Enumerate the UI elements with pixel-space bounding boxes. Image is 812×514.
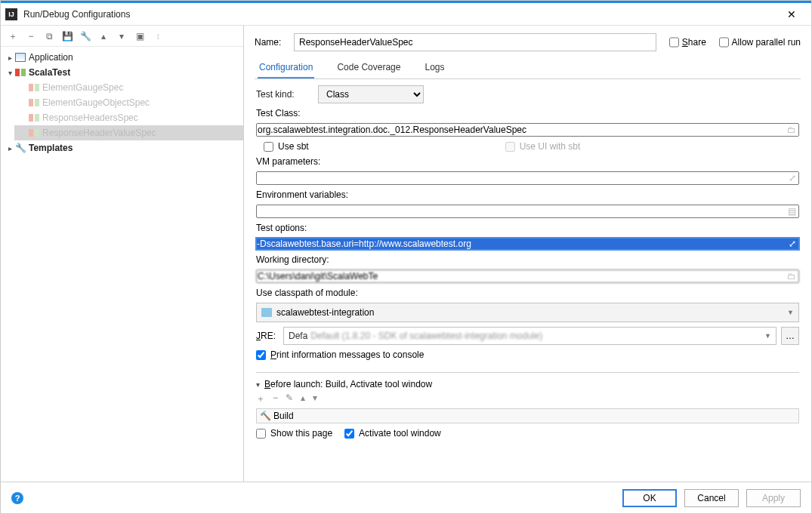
folder-icon xyxy=(261,308,272,317)
tab-bar: Configuration Code Coverage Logs xyxy=(255,57,801,79)
apply-button[interactable]: Apply xyxy=(746,489,801,507)
scalatest-icon xyxy=(28,82,40,93)
tree-label: ElementGaugeObjectSpec xyxy=(42,97,150,108)
scalatest-icon xyxy=(28,128,40,138)
jre-label: JRE: xyxy=(256,331,279,341)
module-select[interactable]: scalawebtest-integration ▼ xyxy=(256,303,799,322)
cancel-button[interactable]: Cancel xyxy=(684,489,739,507)
dialog-footer: ? OK Cancel Apply xyxy=(1,482,811,513)
module-label: Use classpath of module: xyxy=(256,288,799,298)
vm-input[interactable] xyxy=(256,171,799,185)
tree-item[interactable]: ElementGaugeSpec xyxy=(14,80,243,95)
vm-label: VM parameters: xyxy=(256,156,799,167)
application-icon xyxy=(14,52,26,63)
edit-icon[interactable]: ✎ xyxy=(286,392,293,405)
jre-browse-button[interactable]: … xyxy=(781,327,799,345)
share-checkbox[interactable]: Share xyxy=(669,33,706,51)
working-dir-input[interactable] xyxy=(256,269,799,283)
activate-checkbox[interactable]: Activate tool window xyxy=(344,428,441,439)
wd-label: Working directory: xyxy=(256,254,799,265)
window-titlebar: IJ Run/Debug Configurations ✕ xyxy=(1,3,811,26)
jre-combo[interactable]: DefaDefault (1.8.20 - SDK of scalawebtes… xyxy=(283,327,776,345)
tree-label: Application xyxy=(29,52,73,63)
window-title: Run/Debug Configurations xyxy=(23,9,776,20)
tree-label: ResponseHeaderValueSpec xyxy=(42,128,156,138)
folder-icon[interactable]: ▣ xyxy=(134,30,146,42)
up-icon[interactable]: ▴ xyxy=(301,392,305,405)
chevron-down-icon[interactable]: ▾ xyxy=(256,380,260,389)
chevron-right-icon: ▸ xyxy=(5,144,14,152)
parallel-checkbox[interactable]: Allow parallel run xyxy=(719,33,801,51)
build-label: Build xyxy=(273,411,294,421)
env-input[interactable] xyxy=(256,205,799,218)
opts-label: Test options: xyxy=(256,223,799,233)
scalatest-icon xyxy=(28,112,40,123)
right-panel: Name: Share Allow parallel run Configura… xyxy=(244,26,811,482)
chevron-down-icon: ▼ xyxy=(764,332,771,340)
help-icon[interactable]: ? xyxy=(11,492,23,504)
name-input[interactable] xyxy=(294,33,656,51)
tab-configuration[interactable]: Configuration xyxy=(258,57,314,78)
close-icon[interactable]: ✕ xyxy=(776,3,807,25)
chevron-down-icon: ▼ xyxy=(787,309,794,316)
name-label: Name: xyxy=(255,37,285,48)
test-class-label: Test Class: xyxy=(256,108,799,118)
add-icon[interactable]: ＋ xyxy=(256,392,265,405)
module-value: scalawebtest-integration xyxy=(276,307,374,318)
app-icon: IJ xyxy=(5,8,17,20)
remove-icon[interactable]: − xyxy=(273,392,278,405)
tree-label: ElementGaugeSpec xyxy=(42,82,123,93)
tree-item[interactable]: ResponseHeadersSpec xyxy=(14,110,243,125)
use-ui-sbt-checkbox: Use UI with sbt xyxy=(505,141,581,152)
down-icon[interactable]: ▾ xyxy=(116,30,128,42)
configurations-tree[interactable]: ▸ Application ▾ ScalaTest ElementGaugeSp… xyxy=(1,47,243,482)
use-sbt-checkbox[interactable]: Use sbt xyxy=(264,141,309,152)
before-launch-heading: Before launch: Build, Activate tool wind… xyxy=(264,379,432,389)
test-class-input[interactable] xyxy=(256,123,799,137)
remove-icon[interactable]: − xyxy=(25,30,37,42)
tree-toolbar: ＋ − ⧉ 💾 🔧 ▴ ▾ ▣ ↕ xyxy=(1,26,243,47)
tree-label: ScalaTest xyxy=(29,67,70,78)
tab-coverage[interactable]: Code Coverage xyxy=(335,57,402,78)
tree-scalatest[interactable]: ▾ ScalaTest xyxy=(1,65,243,80)
test-kind-label: Test kind: xyxy=(256,89,310,100)
chevron-right-icon: ▸ xyxy=(5,54,14,62)
test-options-input[interactable] xyxy=(256,238,799,250)
copy-icon[interactable]: ⧉ xyxy=(43,30,55,42)
scalatest-icon xyxy=(14,67,26,78)
test-kind-select[interactable]: Class xyxy=(318,85,424,103)
save-icon[interactable]: 💾 xyxy=(61,30,73,42)
tree-item-selected[interactable]: ResponseHeaderValueSpec xyxy=(14,125,243,140)
chevron-down-icon: ▾ xyxy=(5,69,14,77)
tree-label: ResponseHeadersSpec xyxy=(42,112,138,123)
hammer-icon: 🔨 xyxy=(260,411,270,421)
build-task[interactable]: 🔨 Build xyxy=(256,408,799,423)
env-label: Environment variables: xyxy=(256,189,799,200)
tree-templates[interactable]: ▸ 🔧 Templates xyxy=(1,140,243,155)
tree-label: Templates xyxy=(29,143,73,153)
wrench-icon[interactable]: 🔧 xyxy=(79,30,91,42)
ok-button[interactable]: OK xyxy=(622,489,677,507)
left-panel: ＋ − ⧉ 💾 🔧 ▴ ▾ ▣ ↕ ▸ Application ▾ ScalaT… xyxy=(1,26,244,482)
add-icon[interactable]: ＋ xyxy=(7,30,19,42)
show-page-checkbox[interactable]: Show this page xyxy=(256,428,332,439)
tree-application[interactable]: ▸ Application xyxy=(1,50,243,65)
wrench-icon: 🔧 xyxy=(14,143,26,153)
tree-extra-icon: ↕ xyxy=(152,30,164,42)
scalatest-icon xyxy=(28,97,40,108)
print-info-checkbox[interactable]: Print information messages to console xyxy=(256,349,799,360)
tree-item[interactable]: ElementGaugeObjectSpec xyxy=(14,95,243,110)
up-icon[interactable]: ▴ xyxy=(97,30,110,42)
down-icon[interactable]: ▾ xyxy=(313,392,317,405)
tab-logs[interactable]: Logs xyxy=(423,57,446,78)
